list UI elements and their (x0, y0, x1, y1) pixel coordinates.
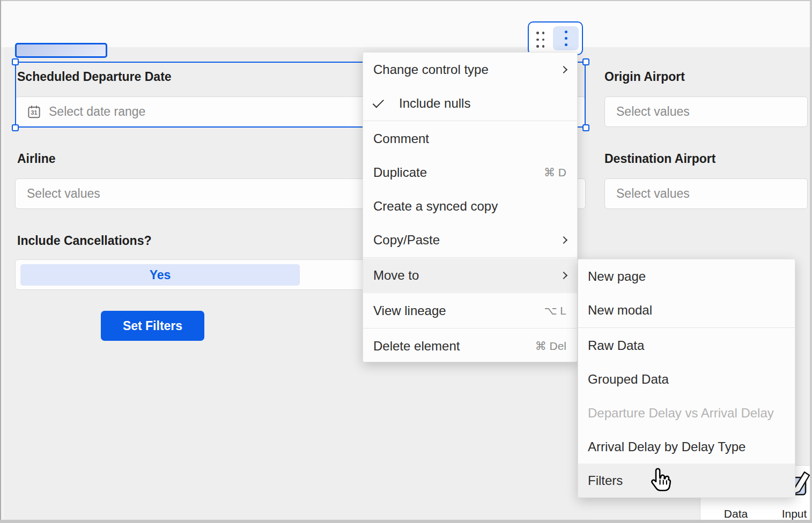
window-border-top (0, 0, 812, 1)
menu-divider (363, 121, 577, 121)
scheduled-departure-date-label: Scheduled Departure Date (17, 70, 172, 84)
submenu-item-new-page[interactable]: New page (578, 259, 795, 293)
selection-handle-bottom-left[interactable] (12, 124, 19, 131)
selection-handle-top-left[interactable] (12, 58, 19, 65)
origin-airport-label: Origin Airport (604, 70, 685, 84)
element-menu-button[interactable] (553, 26, 579, 50)
menu-item-create-synced-copy[interactable]: Create a synced copy (363, 189, 577, 223)
destination-airport-input[interactable]: Select values (604, 178, 808, 209)
origin-airport-input[interactable]: Select values (604, 96, 808, 127)
submenu-item-filters[interactable]: Filters (578, 464, 795, 497)
toggle-option-yes[interactable]: Yes (20, 264, 300, 286)
panel-item-data-label[interactable]: Data (724, 507, 748, 520)
element-toolbar (528, 21, 583, 55)
window-border-bottom (0, 520, 812, 523)
menu-divider (363, 293, 577, 293)
kebab-dot (565, 31, 567, 33)
window-border-right (810, 0, 812, 523)
selection-handle-bottom-right[interactable] (582, 124, 589, 131)
drag-handle-icon[interactable] (536, 32, 544, 48)
menu-item-include-nulls[interactable]: Include nulls (363, 86, 577, 120)
menu-divider (363, 257, 577, 258)
move-to-submenu: New page New modal Raw Data Grouped Data… (578, 259, 795, 498)
shortcut-label: ⌘ D (544, 166, 566, 179)
workbook-canvas-window: Scheduled Departure Date 31 Select date … (0, 0, 812, 523)
destination-airport-label: Destination Airport (604, 152, 715, 166)
menu-item-copy-paste[interactable]: Copy/Paste (363, 223, 577, 257)
origin-airport-placeholder: Select values (616, 104, 690, 119)
menu-item-view-lineage[interactable]: View lineage ⌥ L (363, 294, 577, 327)
date-range-placeholder: Select date range (49, 104, 145, 119)
menu-item-delete-element[interactable]: Delete element ⌘ Del (363, 329, 577, 362)
submenu-item-new-modal[interactable]: New modal (578, 293, 795, 327)
menu-divider (578, 327, 795, 328)
menu-divider (363, 328, 577, 328)
panel-item-input-label[interactable]: Input (782, 507, 807, 520)
menu-item-change-control-type[interactable]: Change control type (363, 53, 577, 86)
destination-airport-placeholder: Select values (616, 186, 690, 201)
include-cancellations-label: Include Cancellations? (17, 234, 152, 248)
submenu-item-raw-data[interactable]: Raw Data (578, 328, 795, 362)
element-context-menu: Change control type Include nulls Commen… (363, 52, 578, 362)
airline-placeholder: Select values (27, 186, 100, 201)
checkmark-icon (373, 96, 384, 108)
svg-text:31: 31 (31, 109, 38, 116)
airline-label: Airline (17, 152, 56, 166)
submenu-item-departure-delay-vs-arrival-delay: Departure Delay vs Arrival Delay (578, 396, 795, 430)
submenu-item-grouped-data[interactable]: Grouped Data (578, 362, 795, 396)
shortcut-label: ⌘ Del (535, 340, 566, 353)
chevron-right-icon (560, 236, 567, 243)
selected-element-tab[interactable] (15, 43, 107, 58)
header-strip (1, 1, 810, 47)
set-filters-button[interactable]: Set Filters (101, 311, 204, 341)
window-border-left (0, 0, 1, 523)
selection-handle-top-right[interactable] (582, 58, 589, 65)
calendar-31-icon: 31 (27, 104, 41, 119)
menu-item-duplicate[interactable]: Duplicate ⌘ D (363, 155, 577, 189)
menu-item-move-to[interactable]: Move to (363, 258, 577, 292)
chevron-right-icon (560, 65, 567, 73)
shortcut-label: ⌥ L (544, 304, 566, 317)
menu-item-comment[interactable]: Comment (363, 122, 577, 155)
submenu-item-arrival-delay-by-delay-type[interactable]: Arrival Delay by Delay Type (578, 430, 795, 464)
chevron-right-icon (560, 271, 567, 279)
